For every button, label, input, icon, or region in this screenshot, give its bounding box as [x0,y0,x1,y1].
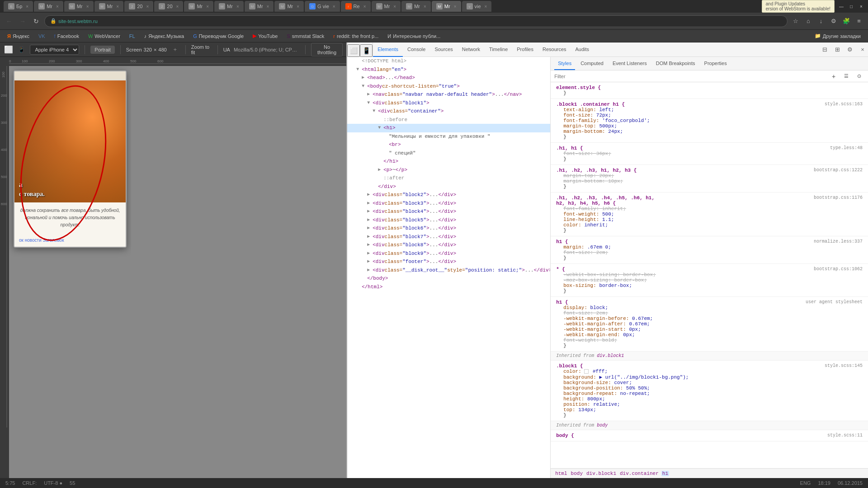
html-line-h1[interactable]: ▼ <h1> [347,124,550,132]
tab-9[interactable]: M Mr × [245,1,274,12]
html-line-body[interactable]: ▼ <body cz-shortcut-listen= "true" > [347,82,550,91]
css-filter-input[interactable] [554,74,828,79]
html-line-html-close[interactable]: </html> [347,283,550,291]
reload-button[interactable]: ↻ [31,16,42,27]
html-line-footer[interactable]: ▶ <div class= "footer" > ... </div> [347,258,550,266]
html-line-doctype[interactable]: <!DOCTYPE html> [347,57,550,66]
html-line-before[interactable]: ::before [347,116,550,124]
html-line-html[interactable]: ▼ <html lang= "en" > [347,66,550,74]
html-line-block8[interactable]: ▶ <div class= "block8" > ... </div> [347,241,550,249]
css-tab-styles[interactable]: Styles [554,57,575,70]
tab-2[interactable]: M Mr × [34,1,63,12]
tab-close-13[interactable]: × [393,4,396,9]
toggle-classes-icon[interactable]: ☰ [841,71,852,82]
css-source-block1-h1[interactable]: style.scss:163 [825,102,863,107]
settings-icon[interactable]: ⚙ [828,16,839,27]
html-line-block4[interactable]: ▶ <div class= "block4" > ... </div> [347,207,550,216]
inherited-from-link-block1[interactable]: div.block1 [597,353,624,358]
maximize-button[interactable]: □ [848,3,854,9]
device-selector[interactable]: Apple iPhone 4 Apple iPhone 5 Apple iPad [30,45,79,55]
tab-3[interactable]: M Mr × [64,1,94,12]
tab-close-16[interactable]: × [485,4,487,9]
devtools-close-icon[interactable]: × [857,44,868,55]
tab-10[interactable]: M Mr × [274,1,304,12]
tab-close-3[interactable]: × [86,4,89,9]
html-line-p[interactable]: ▶ <p> ~ </p> [347,166,550,174]
bookmark-reddit[interactable]: r reddit: the front p... [330,33,382,40]
html-line-after[interactable]: ::after [347,174,550,183]
toggle-colors-icon[interactable]: ⊙ [854,71,864,82]
inspect-element-icon[interactable]: ⬜ [4,44,13,55]
css-source-style-145[interactable]: style.scss:145 [825,363,863,368]
html-line-h1-text1[interactable]: "Мельницы и емкости для упаковки " [347,132,550,141]
bookmark-slack[interactable]: S smmstat Slack [283,33,328,40]
css-tab-event-listeners[interactable]: Event Listeners [609,57,651,70]
html-line-head[interactable]: ▶ <head> ... </head> [347,74,550,82]
portrait-button[interactable]: Portrait [90,46,114,54]
plugin-icon[interactable]: 🧩 [841,16,852,27]
bookmark-youtube[interactable]: ▶ YouTube [249,32,281,40]
download-icon[interactable]: ↓ [816,16,826,27]
tab-12[interactable]: r Re × [341,1,371,12]
devtools-settings-icon[interactable]: ⚙ [844,44,855,55]
tab-6[interactable]: 2 20 × [154,1,183,12]
mobile-view-icon[interactable]: 📱 [17,44,26,55]
inspect-mode-button[interactable]: ⬜ [347,44,360,57]
breadcrumb-h1[interactable]: h1 [661,471,669,476]
html-line-container-close[interactable]: </div> [347,183,550,191]
tab-timeline[interactable]: Timeline [485,42,512,57]
html-line-block5[interactable]: ▶ <div class= "block5" > ... </div> [347,216,550,225]
html-line-block9[interactable]: ▶ <div class= "block9" > ... </div> [347,249,550,258]
html-line-br[interactable]: <br> [347,141,550,149]
tab-7[interactable]: M Mr × [184,1,213,12]
add-css-rule-icon[interactable]: + [828,71,839,82]
tab-elements[interactable]: Elements [373,42,403,57]
tab-close-6[interactable]: × [176,4,179,9]
html-line-block7[interactable]: ▶ <div class= "block7" > ... </div> [347,233,550,241]
breadcrumb-div-container[interactable]: div.container [619,471,660,476]
html-line-nav[interactable]: ▶ <nav class= "navbar navbar-default hea… [347,90,550,99]
html-line-block1[interactable]: ▼ <div class= "block1" > [347,99,550,108]
forward-button[interactable]: → [17,16,28,27]
network-throttle-button[interactable]: No throttling [311,43,343,56]
tab-close-1[interactable]: × [26,4,28,9]
menu-icon[interactable]: ≡ [854,16,864,27]
css-source-style-11[interactable]: style.scss:11 [827,433,863,438]
bookmark-music[interactable]: ♪ Яндекс.Музыка [141,33,188,40]
bookmark-fl[interactable]: FL [126,33,139,40]
tab-5[interactable]: 2 20 × [124,1,153,12]
css-tab-dom-breakpoints[interactable]: DOM Breakpoints [652,57,699,70]
tab-4[interactable]: M Mr × [94,1,124,12]
tab-close-10[interactable]: × [297,4,299,9]
tab-close-2[interactable]: × [56,4,59,9]
tab-close-9[interactable]: × [267,4,269,9]
css-tab-properties[interactable]: Properties [701,57,731,70]
news-link[interactable]: ок новости Заголовок [19,238,64,243]
devtools-undock-icon[interactable]: ⊞ [832,44,843,55]
devtools-dock-icon[interactable]: ⊟ [819,44,830,55]
bookmark-yandex[interactable]: Я Яндекс [4,33,33,40]
css-source-bootstrap-1176[interactable]: bootstrap.css:1176 [814,195,863,200]
html-line-block6[interactable]: ▶ <div class= "block6" > ... </div> [347,224,550,233]
breadcrumb-div-block1[interactable]: div.block1 [585,471,617,476]
css-source-type-less[interactable]: type.less:48 [830,145,863,150]
tab-profiles[interactable]: Profiles [512,42,538,57]
back-button[interactable]: ← [4,16,14,27]
bookmark-webvancer[interactable]: W WebVancer [85,33,124,40]
tab-close-14[interactable]: × [424,4,426,9]
tab-15-active[interactable]: M Mr × [432,1,461,12]
breadcrumb-html[interactable]: html [554,471,568,476]
breadcrumb-body[interactable]: body [570,471,584,476]
html-line-h1-text2[interactable]: " специй" [347,149,550,158]
html-line-body-close[interactable]: </body> [347,274,550,283]
bookmark-translate[interactable]: G Переводчик Google [189,33,247,40]
tab-close-8[interactable]: × [236,4,239,9]
tab-close-5[interactable]: × [146,4,149,9]
html-line-container[interactable]: ▼ <div class= "container" > [347,107,550,116]
tab-sources[interactable]: Sources [430,42,457,57]
css-source-bootstrap-1062[interactable]: bootstrap.css:1062 [814,267,863,272]
css-source-normalize[interactable]: normalize.less:337 [814,239,863,244]
css-tab-computed[interactable]: Computed [577,57,607,70]
tab-1[interactable]: Б Бр × [4,1,33,12]
bookmark-interesting[interactable]: И Интересные публи... [384,33,444,40]
